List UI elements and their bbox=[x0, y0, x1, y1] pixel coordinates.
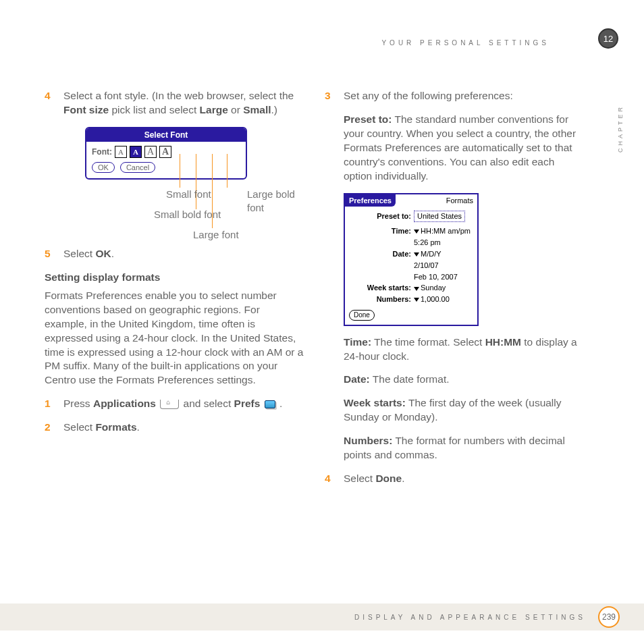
step-body: Select Done. bbox=[344, 472, 585, 486]
ok-label: OK bbox=[95, 248, 111, 259]
small-label: Small bbox=[243, 104, 271, 115]
date-example-1: 2/10/07 bbox=[414, 261, 439, 271]
date-field-label: Date: bbox=[349, 249, 414, 259]
chapter-number-badge: 12 bbox=[598, 28, 618, 49]
font-size-label: Font size bbox=[63, 104, 109, 115]
font-label: Font: bbox=[92, 146, 112, 157]
time-picker[interactable]: HH:MM am/pm bbox=[414, 226, 471, 236]
step-body: Press Applications and select Prefs . bbox=[63, 397, 304, 411]
preset-to-picker[interactable]: United States bbox=[414, 211, 465, 222]
preferences-screenshot: Preferences Formats Preset to: United St… bbox=[344, 193, 479, 326]
week-starts-paragraph: Week starts: The first day of the week (… bbox=[344, 396, 585, 425]
preset-to-paragraph: Preset to: The standard number conventio… bbox=[344, 113, 585, 184]
dropdown-icon bbox=[414, 287, 419, 291]
week-starts-label: Week starts: bbox=[344, 397, 406, 408]
text: .) bbox=[271, 104, 277, 115]
text: . bbox=[277, 398, 283, 409]
prefs-icon bbox=[265, 400, 275, 408]
text: and select bbox=[184, 398, 234, 409]
step-number: 2 bbox=[45, 421, 63, 435]
text: pick list and select bbox=[109, 104, 199, 115]
text: Select a font style. (In the web browser… bbox=[63, 90, 294, 101]
section-heading: Setting display formats bbox=[45, 271, 304, 285]
step-number: 1 bbox=[45, 397, 63, 411]
font-callouts: Small font Large bold font Small bold fo… bbox=[126, 180, 301, 240]
time-label: Time: bbox=[344, 336, 371, 348]
running-header: YOUR PERSONAL SETTINGS bbox=[381, 39, 549, 47]
content-columns: 4 Select a font style. (In the web brows… bbox=[45, 89, 598, 495]
page-number: 239 bbox=[598, 606, 620, 628]
numbers-value: 1,000.00 bbox=[421, 295, 450, 303]
callout-large-font: Large font bbox=[193, 228, 239, 242]
text: Select bbox=[63, 248, 95, 259]
step-5: 5 Select OK. bbox=[45, 247, 304, 261]
font-option-small-bold[interactable]: A bbox=[130, 146, 142, 158]
footer: DISPLAY AND APPEARANCE SETTINGS 239 bbox=[0, 603, 644, 630]
step-3: 3 Set any of the following preferences: bbox=[325, 89, 585, 103]
step-4-right: 4 Select Done. bbox=[325, 472, 585, 486]
step-body: Set any of the following preferences: bbox=[344, 89, 585, 103]
numbers-label: Numbers: bbox=[344, 435, 392, 446]
preferences-tab: Preferences bbox=[345, 194, 396, 207]
numbers-field-label: Numbers: bbox=[349, 294, 414, 304]
step-body: Select a font style. (In the web browser… bbox=[63, 89, 304, 117]
prefs-label: Prefs bbox=[234, 398, 261, 409]
text: The date format. bbox=[370, 373, 450, 385]
step-4-left: 4 Select a font style. (In the web brows… bbox=[45, 89, 304, 117]
text: Select bbox=[63, 421, 95, 433]
date-paragraph: Date: The date format. bbox=[344, 373, 585, 387]
date-picker[interactable]: M/D/Y bbox=[414, 249, 441, 259]
dropdown-icon bbox=[414, 298, 419, 302]
time-value: HH:MM am/pm bbox=[421, 227, 471, 235]
applications-key-icon bbox=[160, 400, 179, 409]
text: . bbox=[402, 473, 404, 484]
week-starts-field-label: Week starts: bbox=[349, 283, 414, 293]
preferences-title: Formats bbox=[442, 194, 477, 207]
step-body: Select OK. bbox=[63, 247, 304, 261]
applications-label: Applications bbox=[93, 398, 156, 409]
numbers-paragraph: Numbers: The format for numbers with dec… bbox=[344, 434, 585, 462]
text: The time format. Select bbox=[371, 336, 485, 348]
right-column: 3 Set any of the following preferences: … bbox=[325, 89, 585, 495]
large-label: Large bbox=[200, 104, 228, 115]
font-option-large-bold[interactable]: A bbox=[159, 146, 171, 158]
text: or bbox=[228, 104, 243, 115]
numbers-picker[interactable]: 1,000.00 bbox=[414, 294, 450, 304]
done-label: Done bbox=[375, 473, 402, 484]
date-value: M/D/Y bbox=[421, 250, 441, 258]
callout-small-bold-font: Small bold font bbox=[154, 208, 221, 221]
step-number: 4 bbox=[45, 89, 63, 117]
select-font-dialog: Select Font Font: A A A A OK Cancel bbox=[85, 127, 247, 240]
callout-line bbox=[180, 154, 180, 188]
step-number: 4 bbox=[325, 472, 344, 486]
footer-section: DISPLAY AND APPEARANCE SETTINGS bbox=[354, 614, 586, 621]
callout-large-bold-font: Large bold font bbox=[247, 188, 301, 215]
date-label: Date: bbox=[344, 373, 370, 385]
callout-line bbox=[227, 154, 227, 188]
week-starts-value: Sunday bbox=[421, 284, 446, 292]
week-starts-picker[interactable]: Sunday bbox=[414, 283, 446, 293]
dropdown-icon bbox=[414, 230, 419, 234]
ok-button[interactable]: OK bbox=[92, 162, 115, 173]
formats-label: Formats bbox=[95, 421, 136, 433]
step-1: 1 Press Applications and select Prefs . bbox=[45, 397, 304, 411]
date-example-2: Feb 10, 2007 bbox=[414, 272, 458, 282]
text: Press bbox=[63, 398, 93, 409]
dropdown-icon bbox=[414, 252, 419, 257]
time-example: 5:26 pm bbox=[414, 238, 441, 248]
dialog-title: Select Font bbox=[86, 128, 246, 142]
text: . bbox=[137, 421, 140, 433]
step-2: 2 Select Formats. bbox=[45, 421, 304, 435]
time-paragraph: Time: The time format. Select HH:MM to d… bbox=[344, 336, 585, 364]
font-option-large[interactable]: A bbox=[144, 146, 157, 158]
step-body: Select Formats. bbox=[63, 421, 304, 435]
font-option-small[interactable]: A bbox=[115, 146, 127, 158]
hhmm-label: HH:MM bbox=[485, 336, 521, 348]
preset-to-label: Preset to: bbox=[344, 113, 392, 125]
formats-paragraph: Formats Preferences enable you to select… bbox=[45, 289, 304, 387]
done-button[interactable]: Done bbox=[349, 310, 375, 321]
cancel-button[interactable]: Cancel bbox=[120, 162, 155, 173]
callout-small-font: Small font bbox=[166, 188, 211, 201]
text: Select bbox=[344, 473, 375, 484]
text: . bbox=[111, 248, 114, 259]
